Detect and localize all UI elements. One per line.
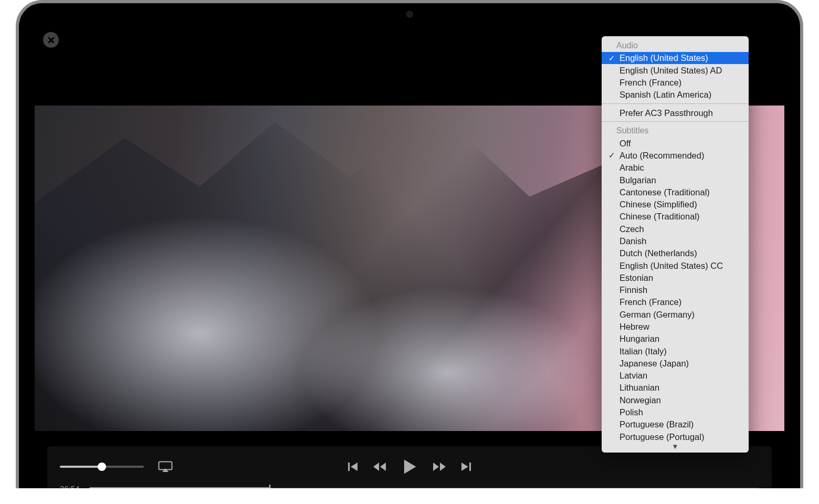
- menu-item-label: Czech: [620, 224, 644, 234]
- menu-item-label: English (United States) AD: [620, 66, 722, 75]
- subtitle-track-item[interactable]: Finnish: [602, 284, 749, 296]
- subtitle-track-item[interactable]: Bulgarian: [602, 174, 749, 186]
- svg-rect-2: [469, 463, 471, 471]
- fast-forward-button[interactable]: [432, 461, 447, 472]
- subtitle-track-item[interactable]: Japanese (Japan): [602, 357, 749, 369]
- volume-thumb[interactable]: [98, 463, 106, 471]
- menu-item-label: Italian (Italy): [620, 346, 667, 356]
- menu-item-label: Off: [620, 139, 631, 148]
- subtitle-track-item[interactable]: Estonian: [602, 272, 749, 284]
- subtitles-section-header: Subtitles: [602, 124, 749, 137]
- subtitle-track-item[interactable]: Polish: [602, 406, 749, 418]
- menu-item-label: Polish: [620, 407, 643, 417]
- volume-fill: [60, 466, 102, 468]
- menu-item-label: Latvian: [620, 371, 647, 380]
- page-crop-edge: [0, 488, 819, 504]
- subtitle-track-item[interactable]: Cantonese (Traditional): [602, 186, 749, 198]
- menu-item-label: Hungarian: [620, 334, 659, 343]
- menu-item-label: French (France): [620, 78, 681, 87]
- subtitle-track-item[interactable]: Off: [602, 137, 749, 149]
- video-player-window: 26:54 Audio ✓English (United States)Engl…: [35, 27, 784, 504]
- audio-track-item[interactable]: English (United States) AD: [602, 64, 749, 76]
- audio-track-item[interactable]: ✓English (United States): [602, 52, 749, 64]
- menu-item-label: Bulgarian: [620, 175, 656, 185]
- subtitle-track-item[interactable]: Lithuanian: [602, 382, 749, 394]
- checkmark-icon: ✓: [608, 151, 615, 159]
- previous-track-button[interactable]: [347, 461, 359, 472]
- menu-item-label: Hebrew: [620, 322, 649, 331]
- scroll-down-indicator[interactable]: ▼: [602, 443, 749, 452]
- menu-item-label: Estonian: [620, 273, 653, 282]
- subtitle-track-item[interactable]: Arabic: [602, 162, 749, 174]
- menu-item-label: Prefer AC3 Passthrough: [620, 108, 713, 118]
- audio-track-item[interactable]: Spanish (Latin America): [602, 89, 749, 101]
- menu-item-label: Danish: [620, 236, 646, 246]
- subtitle-track-item[interactable]: Dutch (Netherlands): [602, 247, 749, 259]
- subtitle-track-item[interactable]: Norwegian: [602, 394, 749, 406]
- menu-item-label: Portuguese (Portugal): [620, 432, 704, 442]
- rewind-button[interactable]: [372, 461, 387, 472]
- subtitle-track-item[interactable]: English (United States) CC: [602, 259, 749, 271]
- subtitle-track-item[interactable]: Portuguese (Portugal): [602, 430, 749, 443]
- airplay-button[interactable]: [158, 460, 173, 473]
- volume-slider[interactable]: [60, 466, 144, 468]
- subtitle-track-item[interactable]: Hebrew: [602, 321, 749, 333]
- subtitle-track-item[interactable]: Italian (Italy): [602, 345, 749, 357]
- menu-item-label: Arabic: [620, 163, 644, 172]
- audio-track-item[interactable]: French (France): [602, 77, 749, 89]
- menu-item-label: French (France): [620, 297, 681, 307]
- menu-item-label: Dutch (Netherlands): [620, 248, 697, 258]
- menu-item-label: English (United States): [620, 53, 708, 62]
- svg-rect-1: [348, 463, 350, 471]
- menu-item-label: Portuguese (Brazil): [620, 419, 694, 429]
- menu-item-label: Spanish (Latin America): [620, 90, 711, 99]
- subtitle-track-item[interactable]: Chinese (Simplified): [602, 198, 749, 211]
- controls-upper-row: [60, 455, 759, 479]
- laptop-frame: 26:54 Audio ✓English (United States)Engl…: [16, 0, 803, 504]
- menu-item-label: German (Germany): [620, 310, 695, 319]
- subtitle-track-item[interactable]: Czech: [602, 223, 749, 235]
- play-button[interactable]: [401, 458, 418, 476]
- menu-item-label: English (United States) CC: [620, 261, 723, 270]
- transport-controls: [347, 458, 472, 476]
- menu-item-label: Norwegian: [620, 395, 661, 405]
- audio-section-header: Audio: [602, 39, 749, 52]
- subtitle-track-item[interactable]: Danish: [602, 235, 749, 247]
- next-track-button[interactable]: [460, 461, 472, 472]
- subtitle-track-item[interactable]: German (Germany): [602, 308, 749, 320]
- menu-item-label: Chinese (Simplified): [620, 200, 697, 209]
- subtitle-track-item[interactable]: Chinese (Traditional): [602, 211, 749, 223]
- volume-group: [60, 460, 173, 473]
- menu-item-label: Finnish: [620, 285, 647, 295]
- menu-item-label: Chinese (Traditional): [620, 212, 700, 221]
- menu-divider: [602, 121, 749, 122]
- menu-item-label: Auto (Recommended): [620, 151, 704, 160]
- subtitle-track-item[interactable]: Latvian: [602, 370, 749, 382]
- subtitle-track-item[interactable]: Portuguese (Brazil): [602, 418, 749, 430]
- camera-notch: [406, 10, 413, 18]
- prefer-ac3-item[interactable]: Prefer AC3 Passthrough: [602, 107, 749, 119]
- subtitle-track-item[interactable]: Hungarian: [602, 333, 749, 345]
- subtitle-track-item[interactable]: ✓Auto (Recommended): [602, 150, 749, 162]
- menu-divider: [602, 103, 749, 104]
- audio-subtitles-menu: Audio ✓English (United States)English (U…: [602, 36, 749, 453]
- checkmark-icon: ✓: [608, 54, 615, 62]
- menu-item-label: Lithuanian: [620, 383, 659, 392]
- subtitle-track-item[interactable]: French (France): [602, 296, 749, 308]
- close-button[interactable]: [43, 32, 59, 48]
- menu-item-label: Japanese (Japan): [620, 359, 689, 368]
- menu-item-label: Cantonese (Traditional): [620, 187, 710, 197]
